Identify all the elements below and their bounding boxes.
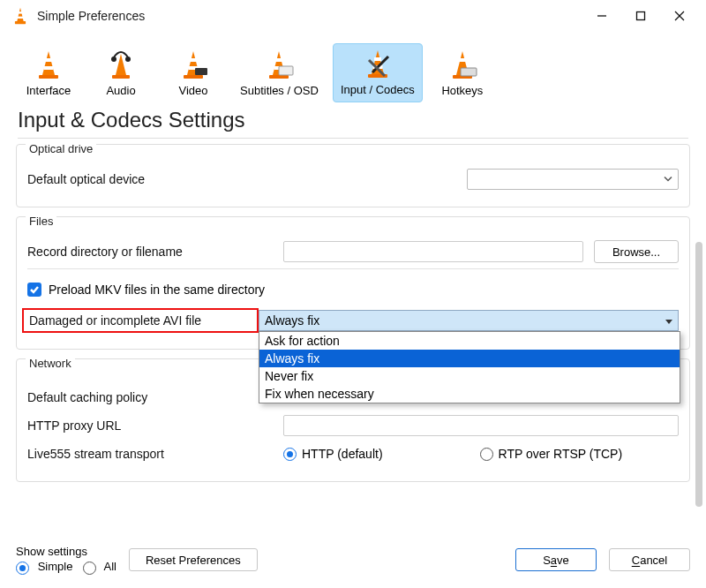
tab-audio[interactable]: Audio (88, 45, 154, 102)
svg-rect-23 (275, 58, 282, 62)
footer: Show settings Simple All Reset Preferenc… (0, 540, 706, 588)
window-title: Simple Preferences (37, 9, 582, 23)
svg-rect-5 (637, 12, 645, 20)
avi-option-always[interactable]: Always fix (259, 350, 680, 367)
subtitle-cone-icon (263, 49, 295, 80)
show-settings-all-label: All (104, 560, 116, 573)
reset-preferences-button[interactable]: Reset Preferences (129, 548, 258, 571)
tab-label: Subtitles / OSD (240, 84, 319, 97)
tab-label: Video (178, 84, 207, 97)
film-cone-icon (177, 49, 209, 80)
category-tabs: Interface Audio Video Subtitles / OSD In… (0, 32, 706, 102)
group-legend: Optical drive (26, 142, 96, 155)
svg-rect-11 (44, 66, 54, 70)
svg-marker-0 (17, 8, 23, 21)
browse-button[interactable]: Browse... (594, 240, 679, 263)
group-optical-drive: Optical drive Default optical device (16, 144, 690, 207)
live555-rtp-label: RTP over RTSP (TCP) (499, 447, 623, 461)
damaged-avi-select[interactable]: Always fix Ask for action Always fix Nev… (259, 310, 679, 331)
show-settings-simple-label: Simple (38, 560, 73, 573)
close-button[interactable] (660, 3, 699, 29)
live555-label: Live555 stream transport (27, 447, 283, 461)
svg-rect-9 (39, 75, 58, 79)
tab-hotkeys[interactable]: Hotkeys (430, 45, 495, 102)
vlc-app-icon (11, 6, 30, 26)
default-optical-select[interactable] (467, 169, 679, 190)
svg-rect-18 (190, 58, 197, 62)
show-settings-all-radio[interactable] (83, 562, 96, 575)
cancel-button[interactable]: Cancel (609, 548, 690, 571)
svg-marker-36 (665, 320, 672, 324)
svg-rect-3 (18, 17, 23, 19)
svg-rect-17 (184, 75, 203, 79)
tab-label: Audio (106, 84, 135, 97)
record-dir-label: Record directory or filename (27, 245, 283, 259)
svg-rect-35 (461, 68, 477, 76)
group-legend: Files (26, 215, 56, 228)
group-legend: Network (26, 357, 75, 370)
minimize-button[interactable] (582, 3, 621, 29)
preload-mkv-label: Preload MKV files in the same directory (49, 283, 265, 297)
damaged-avi-options: Ask for action Always fix Never fix Fix … (259, 331, 680, 403)
svg-marker-12 (116, 54, 126, 75)
tab-label: Hotkeys (441, 84, 483, 97)
svg-rect-25 (279, 66, 293, 75)
http-proxy-label: HTTP proxy URL (27, 418, 283, 433)
group-files: Files Record directory or filename Brows… (16, 216, 690, 350)
divider (18, 138, 688, 139)
default-optical-label: Default optical device (27, 172, 257, 186)
titlebar: Simple Preferences (0, 0, 706, 32)
tab-input-codecs[interactable]: Input / Codecs (333, 43, 423, 102)
show-settings-label: Show settings (16, 545, 116, 558)
svg-rect-1 (15, 21, 26, 24)
preload-mkv-checkbox[interactable] (27, 283, 41, 297)
svg-point-15 (125, 57, 131, 62)
http-proxy-input[interactable] (283, 415, 679, 436)
svg-rect-10 (45, 58, 52, 62)
tab-subtitles[interactable]: Subtitles / OSD (233, 45, 326, 102)
live555-rtp-radio[interactable] (480, 448, 493, 461)
svg-rect-28 (374, 57, 381, 61)
tab-interface[interactable]: Interface (16, 45, 81, 102)
tab-label: Interface (26, 84, 71, 97)
avi-option-ask[interactable]: Ask for action (259, 332, 680, 350)
scrollbar[interactable] (695, 242, 702, 507)
svg-rect-2 (19, 11, 22, 13)
tab-video[interactable]: Video (161, 45, 226, 102)
chevron-down-icon (664, 173, 672, 186)
svg-point-14 (111, 57, 116, 62)
keyboard-cone-icon (447, 49, 478, 80)
live555-http-label: HTTP (default) (302, 447, 383, 461)
check-icon (29, 284, 40, 295)
svg-rect-20 (195, 68, 207, 75)
save-button[interactable]: Save (515, 548, 597, 571)
settings-content: Optical drive Default optical device Fil… (0, 144, 706, 482)
damaged-avi-label: Damaged or incomplete AVI file (22, 308, 259, 333)
avi-option-when-necessary[interactable]: Fix when necessary (259, 385, 680, 403)
svg-rect-22 (269, 75, 289, 79)
svg-rect-34 (459, 58, 466, 62)
headphone-cone-icon (105, 49, 137, 80)
maximize-button[interactable] (621, 3, 660, 29)
page-heading: Input & Codecs Settings (0, 102, 706, 138)
svg-rect-13 (112, 75, 130, 79)
tool-cone-icon (362, 48, 394, 79)
live555-http-radio[interactable] (283, 448, 297, 461)
svg-marker-8 (42, 51, 55, 75)
divider (27, 268, 679, 269)
show-settings-group: Show settings Simple All (16, 545, 116, 574)
cone-icon (33, 49, 64, 80)
combo-selected-value: Always fix (265, 313, 319, 328)
dropdown-arrow-icon (665, 313, 672, 328)
tab-label: Input / Codecs (341, 83, 415, 96)
avi-option-never[interactable]: Never fix (259, 367, 680, 385)
show-settings-simple-radio[interactable] (16, 562, 29, 575)
caching-policy-label: Default caching policy (27, 390, 257, 404)
record-dir-input[interactable] (283, 241, 583, 262)
